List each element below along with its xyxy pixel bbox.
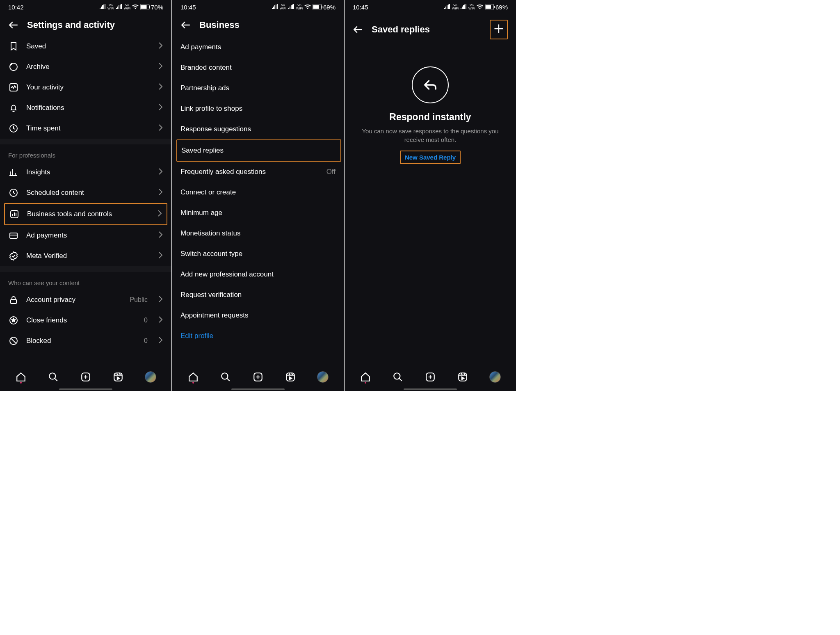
row-saved-replies[interactable]: Saved replies xyxy=(176,139,341,162)
archive-icon xyxy=(8,62,19,72)
svg-point-12 xyxy=(49,373,55,379)
chevron-right-icon xyxy=(158,188,163,198)
battery-percent: 70% xyxy=(151,4,163,11)
nav-create[interactable] xyxy=(252,371,264,383)
row-label: Ad payments xyxy=(26,231,151,240)
nav-reels[interactable] xyxy=(112,371,124,383)
nav-profile[interactable] xyxy=(489,371,501,383)
row-label: Response suggestions xyxy=(180,125,336,133)
nav-search[interactable] xyxy=(392,371,404,383)
chevron-right-icon xyxy=(158,168,163,177)
nav-profile[interactable] xyxy=(144,371,157,383)
clock-icon xyxy=(8,188,19,198)
row-add-pro-account[interactable]: Add new professional account xyxy=(172,264,344,285)
row-label: Account privacy xyxy=(26,296,122,304)
row-faq[interactable]: Frequently asked questionsOff xyxy=(172,162,344,182)
signal-icon-2 xyxy=(288,4,294,10)
row-value: Public xyxy=(130,296,148,304)
content-area: How you use Instagram Saved Archive Your… xyxy=(0,37,171,367)
nav-search[interactable] xyxy=(47,371,59,383)
row-monetisation[interactable]: Monetisation status xyxy=(172,223,344,244)
nav-reels[interactable] xyxy=(284,371,297,383)
row-archive[interactable]: Archive xyxy=(0,57,171,77)
row-link-shops[interactable]: Link profile to shops xyxy=(172,98,344,119)
row-saved[interactable]: Saved xyxy=(0,37,171,57)
row-label: Meta Verified xyxy=(26,252,151,260)
vowifi-icon-2: VoWiFi xyxy=(296,4,303,10)
svg-rect-16 xyxy=(313,5,319,9)
row-minimum-age[interactable]: Minimum age xyxy=(172,203,344,223)
row-business-tools[interactable]: Business tools and controls xyxy=(4,203,167,225)
row-meta-verified[interactable]: Meta Verified xyxy=(0,246,171,266)
row-time-spent[interactable]: Time spent xyxy=(0,118,171,139)
row-response-suggestions[interactable]: Response suggestions xyxy=(172,119,344,139)
gesture-bar xyxy=(172,388,344,391)
row-your-activity[interactable]: Your activity xyxy=(0,77,171,98)
nav-home[interactable] xyxy=(15,371,27,383)
bottom-nav xyxy=(172,367,344,388)
content-area: Ad payments Branded content Partnership … xyxy=(172,37,344,367)
row-label: Switch account type xyxy=(180,250,336,258)
nav-home[interactable] xyxy=(187,371,199,383)
nav-create[interactable] xyxy=(424,371,436,383)
row-label: Close friends xyxy=(26,316,137,324)
row-blocked[interactable]: Blocked 0 xyxy=(0,331,171,351)
wifi-icon xyxy=(132,4,139,10)
block-icon xyxy=(8,336,19,346)
page-header: Saved replies xyxy=(345,14,516,46)
svg-rect-20 xyxy=(286,373,294,381)
signal-icon xyxy=(272,4,278,10)
row-appointment-requests[interactable]: Appointment requests xyxy=(172,305,344,326)
back-button[interactable] xyxy=(8,20,19,30)
row-request-verification[interactable]: Request verification xyxy=(172,285,344,305)
verified-icon xyxy=(8,251,19,261)
row-switch-account[interactable]: Switch account type xyxy=(172,244,344,264)
star-icon xyxy=(8,315,19,325)
row-label: Time spent xyxy=(26,124,151,132)
card-icon xyxy=(8,231,19,240)
screen-business: 10:45 VoWiFi VoWiFi 69% Business Ad paym… xyxy=(172,0,344,391)
wifi-icon xyxy=(304,4,311,10)
row-account-privacy[interactable]: Account privacy Public xyxy=(0,290,171,310)
add-button[interactable] xyxy=(490,20,508,39)
row-close-friends[interactable]: Close friends 0 xyxy=(0,310,171,331)
reply-icon xyxy=(412,66,449,103)
svg-rect-22 xyxy=(485,5,491,9)
row-label: Notifications xyxy=(26,104,151,112)
nav-profile[interactable] xyxy=(317,371,329,383)
row-label: Connect or create xyxy=(180,188,336,196)
new-saved-reply-button[interactable]: New Saved Reply xyxy=(400,151,461,164)
nav-home[interactable] xyxy=(359,371,372,383)
nav-reels[interactable] xyxy=(457,371,469,383)
battery-icon: 69% xyxy=(485,4,508,11)
back-button[interactable] xyxy=(180,20,191,30)
empty-title: Respond instantly xyxy=(389,112,471,123)
row-insights[interactable]: Insights xyxy=(0,162,171,183)
row-partnership-ads[interactable]: Partnership ads xyxy=(172,78,344,98)
row-scheduled-content[interactable]: Scheduled content xyxy=(0,183,171,203)
nav-search[interactable] xyxy=(219,371,232,383)
vowifi-icon-2: VoWiFi xyxy=(124,4,130,10)
vowifi-icon-2: VoWiFi xyxy=(468,4,475,10)
gesture-bar xyxy=(0,388,171,391)
row-branded-content[interactable]: Branded content xyxy=(172,57,344,78)
chevron-right-icon xyxy=(158,251,163,261)
clock-icon xyxy=(8,123,19,133)
row-edit-profile[interactable]: Edit profile xyxy=(172,326,344,346)
bottom-nav xyxy=(345,367,516,388)
section-divider xyxy=(0,139,171,144)
empty-body: You can now save responses to the questi… xyxy=(357,127,504,144)
row-ad-payments[interactable]: Ad payments xyxy=(0,225,171,246)
nav-create[interactable] xyxy=(80,371,92,383)
svg-rect-26 xyxy=(459,373,467,381)
avatar xyxy=(489,371,501,383)
row-ad-payments[interactable]: Ad payments xyxy=(172,37,344,57)
row-notifications[interactable]: Notifications xyxy=(0,98,171,118)
back-button[interactable] xyxy=(353,24,363,35)
row-connect-create[interactable]: Connect or create xyxy=(172,182,344,203)
svg-rect-17 xyxy=(322,6,322,8)
content-area: Respond instantly You can now save respo… xyxy=(345,46,516,367)
lock-icon xyxy=(8,295,19,305)
row-label: Appointment requests xyxy=(180,311,336,320)
svg-point-24 xyxy=(394,373,400,379)
